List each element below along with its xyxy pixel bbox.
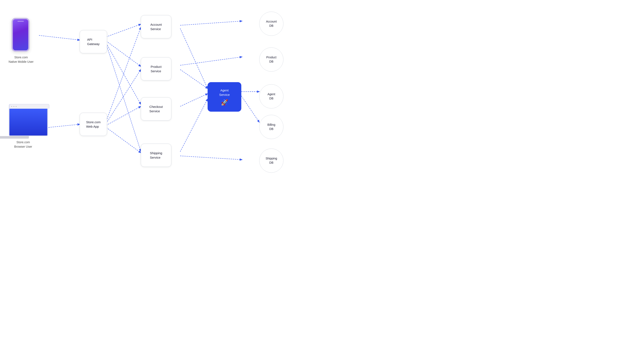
svg-line-12: [180, 57, 242, 65]
account-service-box: Account Service: [141, 15, 171, 38]
svg-line-3: [106, 41, 141, 66]
product-service-box: Product Service: [141, 57, 171, 80]
shipping-db-circle: Shipping DB: [259, 148, 283, 173]
agent-db-label: Agent DB: [267, 92, 275, 100]
agent-db-circle: Agent DB: [259, 84, 283, 108]
svg-line-14: [180, 94, 208, 106]
billing-db-circle: Billing DB: [259, 115, 283, 139]
svg-line-10: [180, 21, 242, 25]
svg-line-18: [180, 156, 242, 160]
svg-line-4: [106, 43, 141, 104]
product-db-circle: Product DB: [259, 48, 283, 72]
svg-line-15: [180, 99, 208, 152]
browser-device: • • •: [9, 104, 56, 138]
product-service-label: Product Service: [151, 64, 162, 73]
webapp-box: Store.com Web App: [80, 113, 107, 136]
checkout-service-label: Checkout Service: [149, 104, 163, 113]
shipping-service-box: Shipping Service: [141, 144, 171, 167]
webapp-label: Store.com Web App: [86, 120, 101, 129]
shipping-db-label: Shipping DB: [266, 156, 277, 165]
billing-db-label: Billing DB: [267, 123, 275, 131]
svg-line-5: [106, 44, 141, 151]
shipping-service-label: Shipping Service: [150, 151, 162, 160]
svg-line-13: [180, 70, 208, 88]
mobile-user-label: Store.com Native Mobile User: [5, 55, 37, 64]
svg-line-0: [39, 36, 80, 40]
api-gateway-box: API Gateway: [80, 30, 107, 53]
svg-line-6: [106, 28, 141, 121]
svg-line-7: [106, 70, 141, 123]
svg-line-8: [106, 106, 141, 125]
architecture-diagram: Store.com Native Mobile User • • • Store…: [0, 0, 320, 182]
api-gateway-label: API Gateway: [87, 37, 100, 46]
agent-service-box: Agent Service 🚀: [208, 82, 241, 112]
account-db-circle: Account DB: [259, 12, 283, 36]
agent-service-label: Agent Service: [219, 88, 230, 97]
svg-line-11: [180, 28, 208, 88]
checkout-service-box: Checkout Service: [141, 97, 171, 120]
product-db-label: Product DB: [266, 56, 276, 64]
mobile-device: [12, 18, 30, 52]
account-db-label: Account DB: [266, 20, 277, 28]
svg-line-9: [106, 128, 141, 153]
browser-user-label: Store.com Browser User: [5, 140, 41, 149]
svg-line-2: [106, 24, 141, 37]
agent-service-icon: 🚀: [221, 99, 228, 106]
svg-line-17: [241, 96, 259, 122]
account-service-label: Account Service: [150, 22, 162, 31]
